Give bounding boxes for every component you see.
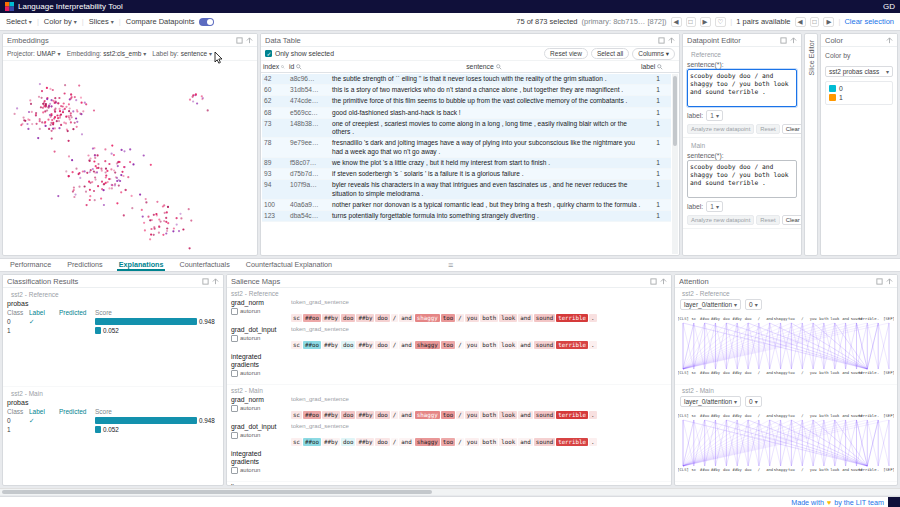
color-by-menu[interactable]: Color by▾ xyxy=(44,17,77,26)
maximize-icon[interactable] xyxy=(212,278,219,285)
slices-menu[interactable]: Slices▾ xyxy=(89,17,114,26)
popout-icon[interactable] xyxy=(202,278,209,285)
autorun-checkbox[interactable]: autorun xyxy=(231,308,291,315)
column-header-label[interactable]: label xyxy=(639,63,671,70)
salience-token-row: sc##oo##bydoo##bydoo/andshaggytoo/youbot… xyxy=(291,306,667,324)
embedding-scatter-plot[interactable] xyxy=(3,61,257,255)
popout-icon[interactable] xyxy=(876,278,883,285)
maximize-icon[interactable] xyxy=(660,278,667,285)
maximize-icon[interactable] xyxy=(790,37,797,44)
autorun-checkbox[interactable]: autorun xyxy=(231,432,291,439)
tab-explanations[interactable]: Explanations xyxy=(117,259,166,271)
tab-counterfactual-explanation[interactable]: Counterfactual Explanation xyxy=(244,259,334,271)
search-icon[interactable] xyxy=(657,64,663,70)
columns-button[interactable]: Columns ▾ xyxy=(632,48,675,60)
next-datapoint-button[interactable]: ▶ xyxy=(700,17,711,27)
reset-button[interactable]: Reset xyxy=(756,124,779,134)
color-by-select[interactable]: sst2 probas class▾ xyxy=(825,66,893,77)
svg-text:doo: doo xyxy=(745,467,753,472)
label-by-select[interactable]: Label by:sentence▾ xyxy=(152,50,212,57)
checkbox-icon xyxy=(231,335,238,342)
favorite-datapoint-button[interactable]: ♡ xyxy=(715,17,727,27)
maximize-icon[interactable] xyxy=(246,37,253,44)
tab-predictions[interactable]: Predictions xyxy=(65,259,105,271)
clear-selection-link[interactable]: Clear selection xyxy=(844,17,894,26)
attention-head-select[interactable]: 0▾ xyxy=(745,299,762,310)
tab-performance[interactable]: Performance xyxy=(8,259,53,271)
table-row[interactable]: 62474cde…the primitive force of this fil… xyxy=(262,96,671,107)
splitter-drag-handle[interactable]: ≡ xyxy=(448,259,453,272)
clear-button[interactable]: Clear xyxy=(782,124,802,134)
maximize-icon[interactable] xyxy=(886,37,893,44)
slice-editor-collapsed-tab[interactable]: Slice Editor xyxy=(804,33,818,256)
autorun-checkbox[interactable]: autorun xyxy=(231,405,291,412)
search-icon[interactable] xyxy=(281,64,285,70)
score-value: 0.052 xyxy=(103,327,119,334)
popout-icon[interactable] xyxy=(780,37,787,44)
column-header-sentence[interactable]: sentence xyxy=(329,63,639,70)
legend-item: 1 xyxy=(829,93,889,102)
projector-select[interactable]: Projector:UMAP▾ xyxy=(7,50,61,57)
label-select[interactable]: 1▾ xyxy=(706,110,723,121)
chevron-down-icon: ▾ xyxy=(111,18,114,25)
sentence-textarea[interactable]: scooby dooby doo / and shaggy too / you … xyxy=(687,69,797,107)
salience-token: both xyxy=(480,411,498,419)
next-pair-button[interactable]: ▶ xyxy=(823,17,834,27)
autorun-checkbox[interactable]: autorun xyxy=(231,335,291,342)
chevron-down-icon: ▾ xyxy=(716,112,719,119)
select-all-button[interactable]: Select all xyxy=(591,48,629,59)
attention-layer-select[interactable]: layer_0/attention▾ xyxy=(680,396,741,407)
prev-datapoint-button[interactable]: ◀ xyxy=(671,17,682,27)
only-show-selected-checkbox[interactable] xyxy=(265,50,272,57)
embedding-select[interactable]: Embedding:sst2:cls_emb▾ xyxy=(67,50,147,57)
salience-method-row: grad_dot_inputautoruntoken_grad_sentence… xyxy=(227,325,671,352)
prev-pair-button[interactable]: ◀ xyxy=(795,17,806,27)
salience-token: you xyxy=(465,411,479,419)
pair-select-button[interactable]: □ xyxy=(810,17,820,27)
table-row[interactable]: 10040a6a9…nother parker nor donovan is a… xyxy=(262,200,671,211)
autorun-checkbox[interactable]: autorun xyxy=(231,370,291,377)
search-icon[interactable] xyxy=(496,64,502,70)
svg-text:##by: ##by xyxy=(711,467,721,472)
maximize-icon[interactable] xyxy=(668,37,675,44)
analyze-new-datapoint-button[interactable]: Analyze new datapoint xyxy=(687,124,754,134)
popout-icon[interactable] xyxy=(658,37,665,44)
tab-counterfactuals[interactable]: Counterfactuals xyxy=(177,259,231,271)
table-row[interactable]: 73148b38…one of creepiest , scariest mov… xyxy=(262,119,671,138)
svg-text:.: . xyxy=(877,370,879,375)
column-header-id[interactable]: id xyxy=(287,63,329,70)
table-row[interactable]: 89f58c07…we know the plot 's a little cr… xyxy=(262,158,671,169)
attention-head-select[interactable]: 0▾ xyxy=(745,396,762,407)
reset-button[interactable]: Reset xyxy=(756,215,779,225)
table-row[interactable]: 42a8c96…the subtle strength of `` elling… xyxy=(262,74,671,85)
select-menu[interactable]: Select▾ xyxy=(6,17,32,26)
classification-section: sst2 - ReferenceprobasClassLabelPredicte… xyxy=(3,288,223,387)
table-row[interactable]: 93d75b7d…if steven soderbergh 's ` solar… xyxy=(262,169,671,180)
column-header-index[interactable]: index xyxy=(261,63,287,70)
random-datapoint-button[interactable]: □ xyxy=(686,17,696,27)
clear-button[interactable]: Clear xyxy=(782,215,802,225)
svg-text:doo: doo xyxy=(745,370,753,375)
attention-layer-select[interactable]: layer_0/attention▾ xyxy=(680,299,741,310)
popout-icon[interactable] xyxy=(236,37,243,44)
table-row[interactable]: 6031db54…this is a story of two maverick… xyxy=(262,85,671,96)
table-row[interactable]: 94107f9a…byler reveals his characters in… xyxy=(262,180,671,199)
toggle-switch[interactable] xyxy=(199,18,214,26)
compare-datapoints-toggle[interactable]: Compare Datapoints xyxy=(126,17,214,26)
table-row[interactable]: 123dba54c…turns potentially forgettable … xyxy=(262,211,671,222)
autorun-checkbox[interactable]: autorun xyxy=(231,467,291,474)
mouse-cursor xyxy=(214,52,223,64)
popout-icon[interactable] xyxy=(650,278,657,285)
vertical-scrollbar[interactable] xyxy=(672,74,678,254)
reset-view-button[interactable]: Reset view xyxy=(544,48,588,59)
user-badge[interactable]: GD xyxy=(883,2,895,11)
horizontal-scrollbar[interactable] xyxy=(0,488,900,495)
analyze-new-datapoint-button[interactable]: Analyze new datapoint xyxy=(687,215,754,225)
table-row[interactable]: 789e79ee…fresnadillo 's dark and jolting… xyxy=(262,138,671,157)
maximize-icon[interactable] xyxy=(886,278,893,285)
label-select[interactable]: 1▾ xyxy=(706,201,723,212)
sentence-textarea[interactable]: scooby dooby doo / and shaggy too / you … xyxy=(687,160,797,198)
search-icon[interactable] xyxy=(296,64,302,70)
table-row[interactable]: 68e569cc…good old-fashioned slash-and-ha… xyxy=(262,108,671,119)
checkbox-icon xyxy=(231,308,238,315)
